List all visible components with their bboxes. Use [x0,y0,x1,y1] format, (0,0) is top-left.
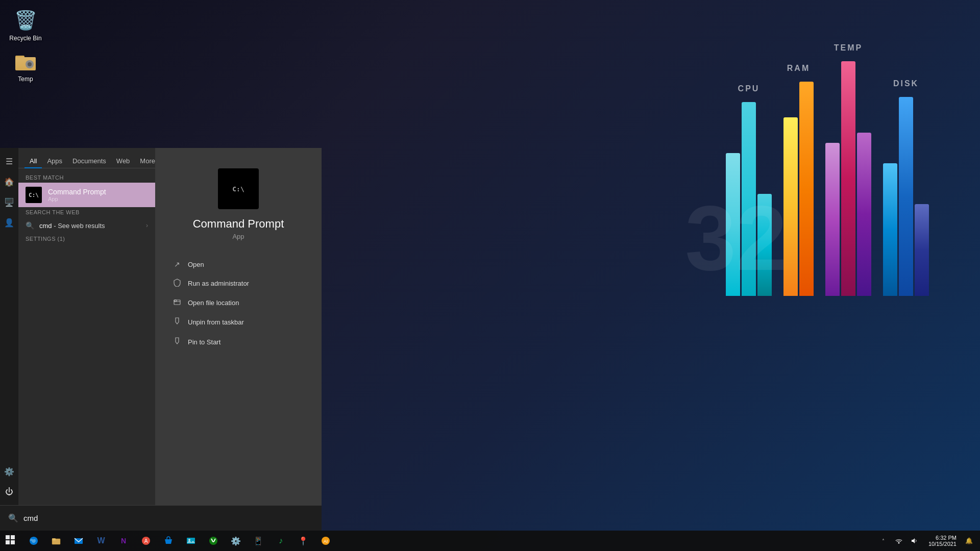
tray-network-icon[interactable] [892,531,906,551]
web-search-text: cmd - See web results [39,222,105,230]
taskbar-app4[interactable]: 📍 [292,531,314,551]
open-icon: ↗ [173,260,182,268]
svg-point-23 [898,542,899,544]
search-results-panel: All Apps Documents Web More ▾ 270 🏆 👤 ••… [18,148,155,505]
search-input[interactable] [23,514,313,522]
sidebar-home-icon[interactable]: 🏠 [0,172,18,191]
tray-volume-icon[interactable] [907,531,921,551]
cmd-result-icon: C:\ [26,187,42,203]
start-button[interactable] [0,531,20,551]
ram-label: RAM [783,64,814,73]
action-run-admin[interactable]: Run as administrator [165,274,311,293]
taskbar-store[interactable] [157,531,180,551]
svg-point-20 [209,537,217,545]
taskbar-right: ˄ 6:32 PM 10/15/2021 🔔 [874,531,980,551]
system-tray: ˄ [874,531,923,551]
svg-rect-12 [52,538,56,540]
taskbar-photos[interactable] [180,531,202,551]
ram-bar1 [783,117,798,296]
notification-icon[interactable]: 🔔 [962,531,976,551]
tab-all[interactable]: All [24,154,42,168]
tab-web[interactable]: Web [111,154,135,168]
cpu-bar1 [726,153,740,296]
detail-panel: C:\ Command Prompt App ↗ Open Run as adm… [155,148,322,505]
command-prompt-result[interactable]: C:\ Command Prompt App [18,183,155,207]
web-search-icon: 🔍 [26,221,34,230]
svg-rect-5 [174,300,180,305]
disk-bar3 [915,204,929,296]
action-open[interactable]: ↗ Open [165,256,311,273]
unpin-taskbar-icon [173,317,182,327]
svg-rect-17 [187,538,195,544]
clock-date: 10/15/2021 [928,541,957,547]
pin-start-icon [173,337,182,347]
shield-icon [173,279,182,288]
taskbar-explorer[interactable] [45,531,67,551]
desktop: CPU RAM TEMP DISK 32 🗑️ Rec [0,0,980,551]
settings-section-label: Settings (1) [18,234,155,244]
web-search-label: Search the web [18,207,155,217]
tab-documents[interactable]: Documents [67,154,111,168]
start-search-bar: 🔍 [0,505,322,531]
search-bar-icon: 🔍 [8,513,18,523]
tab-apps[interactable]: Apps [42,154,67,168]
file-location-icon [173,298,182,307]
web-search-item[interactable]: 🔍 cmd - See web results › [18,217,155,234]
recycle-bin-icon[interactable]: 🗑️ Recycle Bin [5,5,46,45]
sidebar-settings-icon[interactable]: ⚙️ [0,462,18,481]
web-search-arrow-icon: › [146,222,148,229]
taskbar-edge[interactable] [22,531,45,551]
temp-folder-icon[interactable]: Temp [5,46,46,86]
temp-bar2 [841,61,855,296]
clock-time: 6:32 PM [936,535,957,541]
taskbar-word[interactable]: W [90,531,112,551]
disk-label: DISK [883,79,929,88]
taskbar-app3[interactable]: 📱 [247,531,270,551]
taskbar-app2[interactable]: A [135,531,157,551]
best-match-label: Best match [18,172,155,183]
svg-text:A: A [144,538,148,544]
temp-bar3 [857,133,871,296]
sidebar-person-icon[interactable]: 👤 [0,213,18,232]
action-unpin-taskbar[interactable]: Unpin from taskbar [165,313,311,332]
background-visualization: CPU RAM TEMP DISK 32 [726,31,929,296]
svg-rect-7 [6,535,10,539]
temp-folder-image [13,49,38,73]
detail-app-name: Command Prompt [193,217,284,231]
ram-bar2 [799,82,814,296]
svg-point-4 [28,62,32,66]
tab-more[interactable]: More ▾ [135,154,155,168]
recycle-bin-label: Recycle Bin [9,35,41,42]
svg-marker-24 [912,538,915,543]
detail-app-icon: C:\ [218,168,259,209]
svg-rect-9 [6,540,10,544]
recycle-bin-image: 🗑️ [13,8,38,33]
sidebar-power-icon[interactable]: ⏻ [0,483,18,501]
taskbar-onenote[interactable]: N [112,531,135,551]
svg-rect-6 [174,300,177,302]
taskbar-app5[interactable]: AI [314,531,337,551]
taskbar-settings[interactable]: ⚙️ [225,531,247,551]
taskbar-mail[interactable] [67,531,90,551]
disk-bar2 [899,97,913,296]
taskbar-xbox[interactable] [202,531,225,551]
taskbar-spotify[interactable]: ♪ [270,531,292,551]
action-pin-start[interactable]: Pin to Start [165,333,311,352]
disk-bar1 [883,163,897,296]
taskbar-clock[interactable]: 6:32 PM 10/15/2021 [925,535,960,547]
sidebar-pc-icon[interactable]: 🖥️ [0,193,18,211]
detail-actions: ↗ Open Run as administrator Open file lo… [165,256,311,352]
sidebar-menu-icon[interactable]: ☰ [0,152,18,170]
svg-rect-8 [11,535,15,539]
cpu-bar3 [757,194,772,296]
taskbar-apps: W N A ⚙️ 📱 ♪ 📍 AI [22,531,337,551]
tray-chevron[interactable]: ˄ [876,531,891,551]
start-menu: ☰ 🏠 🖥️ 👤 ⚙️ ⏻ All Apps Documents Web Mor… [0,148,322,531]
action-open-file-location[interactable]: Open file location [165,294,311,312]
detail-app-type: App [232,233,244,240]
search-tabs: All Apps Documents Web More ▾ 270 🏆 👤 ••… [18,154,155,168]
temp-folder-label: Temp [18,76,33,83]
start-sidebar: ☰ 🏠 🖥️ 👤 ⚙️ ⏻ [0,148,18,505]
temp-bar1 [825,143,840,296]
cpu-bar2 [742,102,756,296]
